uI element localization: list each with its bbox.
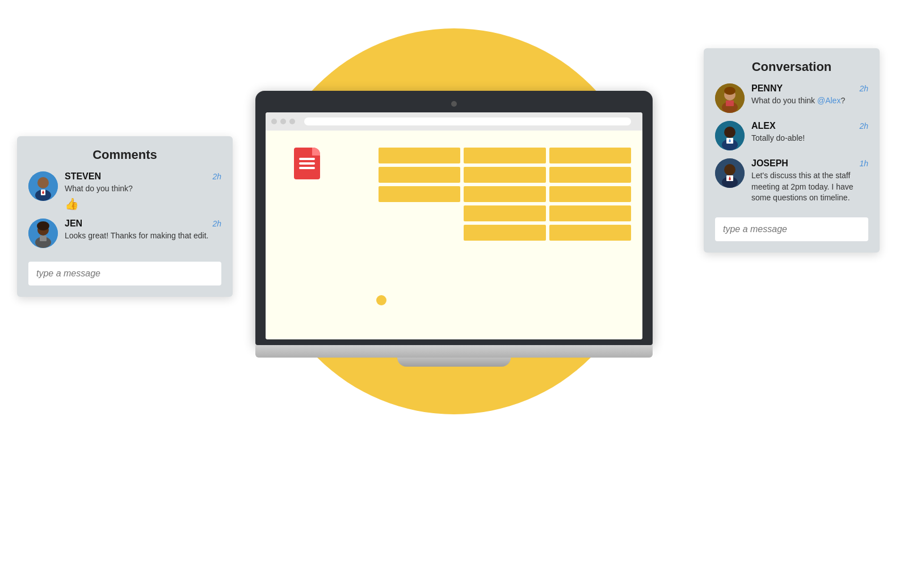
text-joseph: Let's discuss this at the staff meeting … (751, 170, 868, 204)
comment-item: JEN 2h Looks great! Thanks for making th… (28, 219, 221, 248)
comment-header: PENNY 2h (751, 83, 868, 94)
svg-rect-14 (726, 100, 734, 106)
cell (277, 186, 375, 202)
author-steven: STEVEN (65, 171, 101, 182)
cell (379, 205, 460, 221)
author-jen: JEN (65, 219, 82, 229)
laptop-screen (266, 112, 642, 339)
comment-header: ALEX 2h (751, 121, 868, 131)
laptop-stand (397, 358, 511, 367)
connector-dot (376, 295, 386, 305)
toolbar-dot (280, 119, 286, 124)
text-alex: Totally do-able! (751, 133, 868, 144)
cell (464, 186, 545, 202)
comment-body-jen: JEN 2h Looks great! Thanks for making th… (65, 219, 221, 242)
spreadsheet (277, 148, 631, 241)
conversation-item-joseph: JOSEPH 1h Let's discuss this at the staf… (715, 158, 868, 204)
comment-body-joseph: JOSEPH 1h Let's discuss this at the staf… (751, 158, 868, 204)
cell (549, 167, 631, 183)
conversation-item-alex: ALEX 2h Totally do-able! (715, 121, 868, 150)
comments-message-input[interactable] (28, 262, 221, 285)
doc-icon (294, 148, 320, 179)
cell (277, 167, 375, 183)
conversation-item-penny: PENNY 2h What do you think @Alex? (715, 83, 868, 113)
conversation-panel: Conversation PENNY 2h What do you think … (704, 48, 880, 253)
svg-point-16 (724, 127, 735, 138)
cell (464, 148, 545, 163)
toolbar-dot (289, 119, 295, 124)
author-penny: PENNY (751, 83, 783, 94)
comment-body-penny: PENNY 2h What do you think @Alex? (751, 83, 868, 107)
comment-item: STEVEN 2h What do you think? 👍 (28, 171, 221, 211)
time-penny: 2h (859, 84, 868, 93)
cell (549, 225, 631, 241)
comments-title: Comments (28, 148, 221, 162)
toolbar-dot (271, 119, 277, 124)
cell (549, 186, 631, 202)
like-icon[interactable]: 👍 (65, 197, 221, 211)
cell (464, 167, 545, 183)
time-joseph: 1h (859, 159, 868, 168)
cell (549, 205, 631, 221)
svg-point-8 (37, 221, 49, 230)
laptop-camera (451, 101, 457, 107)
avatar-penny (715, 83, 745, 113)
time-jen: 2h (212, 219, 221, 228)
cell (379, 186, 460, 202)
author-alex: ALEX (751, 121, 776, 131)
screen-toolbar (266, 112, 642, 131)
cell (379, 167, 460, 183)
text-jen: Looks great! Thanks for making that edit… (65, 230, 221, 242)
cell (379, 225, 460, 241)
conversation-message-input[interactable] (715, 217, 868, 241)
cell (379, 148, 460, 163)
comment-body-steven: STEVEN 2h What do you think? 👍 (65, 171, 221, 211)
laptop (255, 91, 653, 367)
avatar-steven (28, 171, 58, 201)
svg-point-13 (724, 87, 735, 95)
laptop-frame (255, 91, 653, 345)
cell (464, 225, 545, 241)
laptop-base (255, 345, 653, 358)
conversation-title: Conversation (715, 60, 868, 74)
cell (464, 205, 545, 221)
cell (277, 205, 375, 221)
svg-rect-9 (40, 236, 47, 241)
comments-panel: Comments STEVEN 2h What do you think? 👍 (17, 136, 233, 297)
time-steven: 2h (212, 172, 221, 181)
svg-point-21 (724, 164, 735, 175)
mention-alex: @Alex (817, 96, 840, 105)
text-steven: What do you think? (65, 183, 221, 195)
address-bar (304, 117, 631, 125)
avatar-joseph (715, 158, 745, 188)
avatar-jen (28, 219, 58, 248)
author-joseph: JOSEPH (751, 158, 788, 169)
text-penny: What do you think @Alex? (751, 95, 868, 107)
cell (277, 148, 375, 163)
avatar-alex (715, 121, 745, 150)
comment-header: JEN 2h (65, 219, 221, 229)
time-alex: 2h (859, 121, 868, 131)
cell (277, 225, 375, 241)
comment-body-alex: ALEX 2h Totally do-able! (751, 121, 868, 144)
comment-header: JOSEPH 1h (751, 158, 868, 169)
cell (549, 148, 631, 163)
screen-content (266, 131, 642, 339)
svg-point-1 (37, 177, 49, 188)
comment-header: STEVEN 2h (65, 171, 221, 182)
